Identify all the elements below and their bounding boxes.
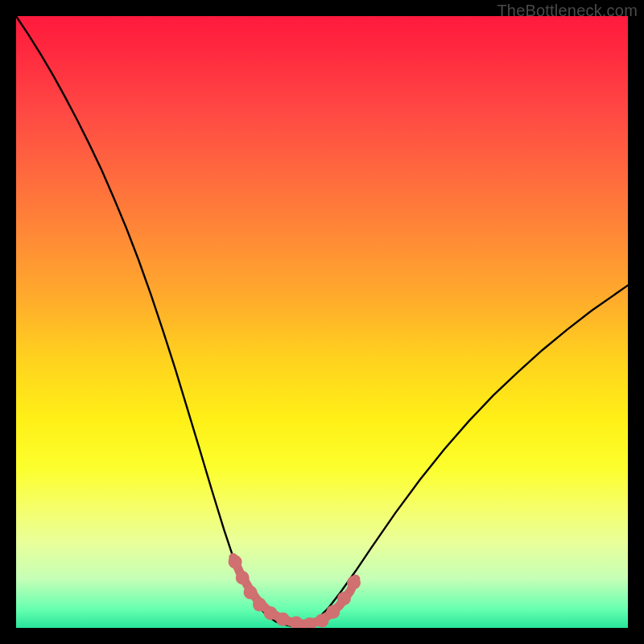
chart-plot-area	[16, 16, 628, 628]
highlight-marker	[316, 613, 329, 627]
highlight-marker	[229, 555, 242, 568]
chart-frame: TheBottleneck.com	[0, 0, 644, 644]
highlight-marker	[337, 592, 351, 605]
highlight-marker	[244, 585, 258, 599]
highlight-marker	[264, 606, 278, 620]
highlight-marker	[253, 598, 266, 612]
highlight-marker	[276, 613, 290, 626]
watermark-text: TheBottleneck.com	[497, 2, 638, 20]
highlight-marker	[236, 571, 250, 584]
highlight-marker	[347, 576, 361, 589]
main-curve	[16, 16, 628, 626]
highlight-marker	[326, 605, 340, 619]
chart-svg	[16, 16, 628, 628]
